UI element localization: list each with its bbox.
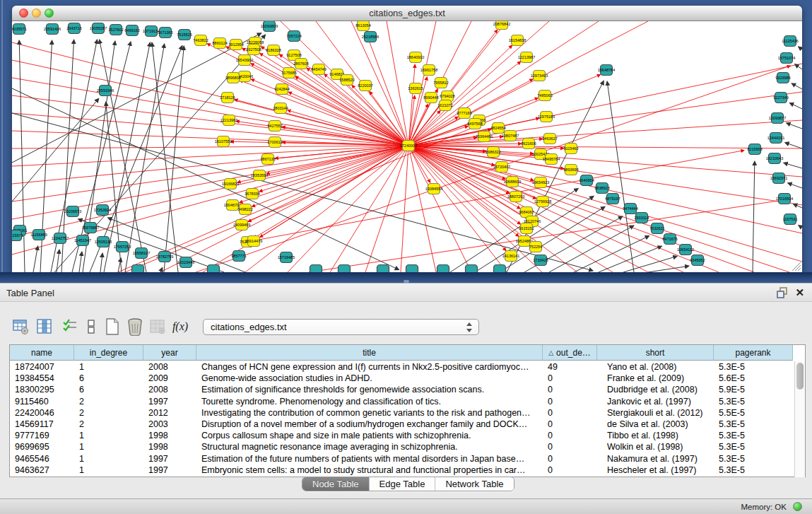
- graph-node-yellow[interactable]: 3498222: [237, 204, 252, 215]
- window-titlebar[interactable]: citations_edges.txt: [12, 6, 802, 21]
- graph-node-teal[interactable]: [377, 265, 389, 273]
- graph-node-teal[interactable]: 8471676: [662, 234, 677, 245]
- graph-node-yellow[interactable]: 16961758: [420, 65, 437, 76]
- graph-node-teal[interactable]: 12505135: [95, 237, 112, 247]
- graph-node-teal[interactable]: [208, 265, 220, 273]
- table-row[interactable]: 2242004622012Investigating the contribut…: [10, 407, 793, 419]
- graph-node-teal[interactable]: [466, 265, 478, 273]
- graph-node-teal[interactable]: 9329986: [775, 73, 790, 83]
- graph-node-teal[interactable]: 25218586: [362, 32, 379, 42]
- graph-node-teal[interactable]: 6879197: [605, 194, 620, 204]
- graph-node-yellow[interactable]: 8613054: [355, 21, 370, 31]
- graph-node-teal[interactable]: 12023448: [177, 257, 194, 268]
- graph-node-teal[interactable]: 17353924: [94, 205, 111, 216]
- graph-node-yellow[interactable]: 8860124: [212, 38, 227, 49]
- graph-node-yellow[interactable]: 16720407: [493, 162, 510, 173]
- graph-node-teal[interactable]: 17957253: [114, 242, 131, 252]
- graph-node-yellow[interactable]: 18640910: [407, 52, 424, 63]
- memory-status-icon[interactable]: [793, 502, 802, 511]
- graph-node-yellow[interactable]: 14099469: [233, 220, 250, 230]
- graph-node-teal[interactable]: 1527602: [108, 25, 123, 35]
- graph-node-yellow[interactable]: 10807487: [502, 131, 519, 141]
- column-header-short[interactable]: short: [597, 345, 714, 361]
- graph-node-teal[interactable]: 5671365: [158, 28, 172, 38]
- show-columns-icon[interactable]: [34, 316, 55, 337]
- panel-divider[interactable]: [1, 0, 3, 283]
- table-row[interactable]: 1456911722003Disruption of a novel membe…: [10, 419, 793, 430]
- graph-node-teal[interactable]: 16210643: [766, 153, 783, 164]
- graph-node-yellow[interactable]: 7463822: [193, 35, 208, 46]
- graph-node-teal[interactable]: [437, 265, 449, 273]
- graph-node-yellow[interactable]: 2718126: [220, 93, 235, 103]
- graph-node-yellow[interactable]: 8220037: [358, 81, 372, 91]
- graph-node-teal[interactable]: [494, 265, 506, 273]
- graph-node-teal[interactable]: 12342757: [52, 233, 69, 244]
- graph-node-teal[interactable]: 20591406: [44, 24, 61, 35]
- graph-node-yellow[interactable]: 2986322: [486, 147, 500, 158]
- graph-node-teal[interactable]: 7357224: [286, 31, 301, 42]
- graph-node-yellow[interactable]: 16914479: [245, 236, 262, 247]
- column-header-year[interactable]: year: [143, 345, 196, 361]
- graph-node-teal[interactable]: 15716485: [278, 252, 295, 263]
- graph-node-teal[interactable]: [406, 265, 418, 273]
- graph-node-teal[interactable]: 10654112: [677, 245, 694, 255]
- new-table-icon[interactable]: [102, 316, 123, 337]
- graph-node-teal[interactable]: [339, 265, 351, 273]
- graph-node-teal[interactable]: 9838923: [594, 183, 609, 194]
- table-row[interactable]: 969969511998Structural magnetic resonanc…: [10, 441, 793, 452]
- vertical-scrollbar[interactable]: [794, 361, 805, 477]
- graph-node-teal[interactable]: 4035571: [12, 24, 27, 35]
- float-panel-icon[interactable]: [777, 287, 788, 298]
- graph-node-teal[interactable]: 7515526: [177, 30, 192, 40]
- delete-table-icon[interactable]: [124, 316, 146, 337]
- graph-node-teal[interactable]: 17016504: [776, 194, 793, 204]
- graph-node-yellow[interactable]: 8621606: [521, 139, 536, 149]
- graph-node-teal[interactable]: 12444191: [767, 133, 784, 144]
- graph-node-teal[interactable]: 6466160: [124, 25, 139, 36]
- graph-node-yellow[interactable]: 9115460: [563, 144, 578, 154]
- graph-node-teal[interactable]: 30975887: [82, 223, 99, 233]
- row-height-icon[interactable]: [81, 316, 102, 337]
- graph-node-teal[interactable]: 11451947: [74, 235, 91, 246]
- column-header-pagerank[interactable]: pagerank: [714, 345, 793, 361]
- graph-node-teal[interactable]: 9345652: [690, 255, 705, 266]
- column-header-out_de[interactable]: △out_de…: [543, 345, 597, 361]
- graph-node-yellow[interactable]: 16154838: [509, 35, 526, 46]
- graph-node-yellow[interactable]: 10688609: [504, 177, 521, 187]
- graph-node-yellow[interactable]: 18807293: [507, 192, 524, 202]
- graph-node-yellow[interactable]: 10973493: [531, 71, 548, 81]
- graph-node-teal[interactable]: 2943716: [66, 23, 81, 34]
- column-header-name[interactable]: name: [10, 345, 74, 361]
- network-graph-canvas[interactable]: 4035571205914062943716100552871527602646…: [12, 21, 802, 272]
- graph-node-teal[interactable]: 2933114: [634, 213, 649, 223]
- graph-node-teal[interactable]: 20553346: [97, 86, 114, 96]
- graph-node-yellow[interactable]: 7955812: [433, 78, 448, 88]
- graph-node-yellow[interactable]: 12756928: [534, 197, 551, 207]
- graph-node-yellow[interactable]: 19166829: [222, 179, 239, 189]
- graph-node-teal[interactable]: 1167531: [782, 214, 797, 225]
- graph-node-yellow[interactable]: 1362615: [408, 83, 423, 94]
- graph-node-yellow[interactable]: 16107553: [215, 136, 232, 147]
- graph-node-teal[interactable]: 15692971: [770, 173, 787, 184]
- graph-node-teal[interactable]: 16958107: [133, 248, 150, 259]
- graph-node-teal[interactable]: 9857771: [231, 251, 246, 262]
- graph-node-yellow[interactable]: 9463627: [542, 134, 557, 144]
- graph-node-yellow[interactable]: 7485063: [537, 90, 552, 101]
- select-rows-icon[interactable]: [59, 316, 81, 337]
- table-row[interactable]: 977716911998Corpus callosum shape and si…: [10, 430, 793, 441]
- column-header-in_degree[interactable]: in_degree: [74, 345, 143, 361]
- table-row[interactable]: 911546021997Tourette syndrome. Phenomeno…: [10, 396, 793, 407]
- graph-node-teal[interactable]: 11156869: [30, 230, 47, 240]
- graph-node-yellow[interactable]: 752254: [529, 242, 542, 252]
- scrollbar-thumb[interactable]: [796, 363, 804, 390]
- graph-node-yellow[interactable]: 2803144: [273, 103, 288, 114]
- close-panel-icon[interactable]: ✕: [795, 286, 804, 299]
- graph-node-yellow[interactable]: 12213987: [518, 52, 535, 63]
- graph-node-teal[interactable]: 16648784: [598, 65, 615, 76]
- table-settings-icon[interactable]: [10, 316, 31, 337]
- graph-node-yellow[interactable]: 9777169: [457, 108, 471, 119]
- graph-node-yellow[interactable]: 1621072: [437, 100, 452, 111]
- function-builder-icon[interactable]: f(x): [170, 316, 191, 337]
- graph-node-teal[interactable]: 12093877: [769, 113, 786, 124]
- graph-node-yellow[interactable]: 8990448: [423, 93, 438, 103]
